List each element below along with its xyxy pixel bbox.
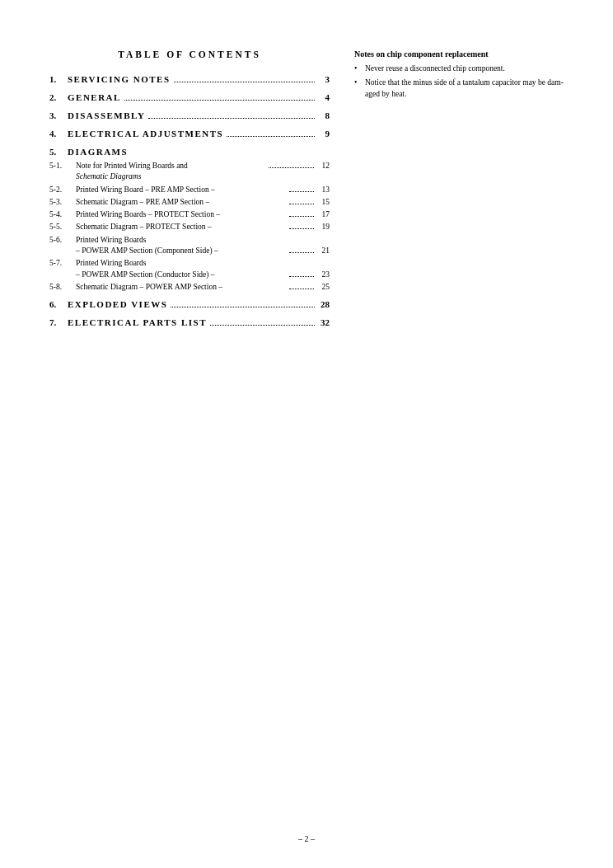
toc-item-7: 7. ELECTRICAL PARTS LIST 32 <box>49 317 330 327</box>
notes-bullet-text-1: Never reuse a disconnected chip componen… <box>365 63 505 74</box>
bullet-icon-2: • <box>354 77 363 88</box>
notes-bullet-2: • Notice that the minus side of a tantal… <box>354 77 564 100</box>
toc-column: TABLE OF CONTENTS 1. SERVICING NOTES 3 2… <box>49 49 330 335</box>
toc-label-5: DIAGRAMS <box>68 147 128 157</box>
toc-sub-label-5-5: Schematic Diagram – PROTECT Section – <box>76 222 287 232</box>
toc-dots-3 <box>148 118 315 119</box>
toc-num-1: 1. <box>49 74 68 84</box>
toc-sub-item-5-5: 5-5. Schematic Diagram – PROTECT Section… <box>49 222 330 232</box>
toc-sub-num-5-3: 5-3. <box>49 198 76 206</box>
toc-sub-dots-5-1 <box>269 167 314 168</box>
toc-sub-num-5-1: 5-1. <box>49 162 76 170</box>
toc-sub-label-5-1: Note for Printed Wiring Boards andSchema… <box>76 161 266 183</box>
toc-subsections: 5-1. Note for Printed Wiring Boards andS… <box>49 161 330 293</box>
bullet-icon-1: • <box>354 63 363 74</box>
toc-sub-label-5-3: Schematic Diagram – PRE AMP Section – <box>76 197 287 208</box>
toc-sub-label-5-4: Printed Wiring Boards – PROTECT Section … <box>76 209 287 220</box>
toc-sub-label-5-6: Printed Wiring Boards <box>76 235 330 246</box>
toc-sub-item-5-2: 5-2. Printed Wiring Board – PRE AMP Sect… <box>49 185 330 195</box>
toc-num-3: 3. <box>49 110 68 120</box>
toc-sub-num-5-5: 5-5. <box>49 223 76 231</box>
toc-item-5: 5. DIAGRAMS <box>49 147 330 157</box>
notes-bullet-text-2: Notice that the minus side of a tantalum… <box>365 77 564 100</box>
toc-sub-page-5-6: 21 <box>316 246 330 255</box>
toc-page-3: 8 <box>318 110 330 120</box>
toc-sub-dots-5-2 <box>289 191 314 192</box>
toc-page-6: 28 <box>318 299 330 309</box>
toc-sub-num-5-4: 5-4. <box>49 210 76 218</box>
toc-num-4: 4. <box>49 129 68 138</box>
toc-dots-1 <box>174 82 315 82</box>
toc-page-1: 3 <box>318 74 330 84</box>
toc-title: TABLE OF CONTENTS <box>49 49 330 59</box>
toc-sub-page-5-4: 17 <box>316 210 330 218</box>
toc-label-4: ELECTRICAL ADJUSTMENTS <box>68 129 223 138</box>
toc-sub-page-5-7: 23 <box>316 270 330 279</box>
notes-title: Notes on chip component replacement <box>354 49 564 59</box>
toc-item-1: 1. SERVICING NOTES 3 <box>49 74 330 84</box>
toc-item-6: 6. EXPLODED VIEWS 28 <box>49 299 330 309</box>
toc-sub-num-5-2: 5-2. <box>49 185 76 194</box>
toc-num-2: 2. <box>49 92 68 102</box>
toc-sub-dots-5-6 <box>289 252 314 253</box>
page: TABLE OF CONTENTS 1. SERVICING NOTES 3 2… <box>0 0 613 868</box>
toc-sub-item-5-7: 5-7. Printed Wiring Boards – POWER AMP S… <box>49 258 330 280</box>
toc-item-3: 3. DISASSEMBLY 8 <box>49 110 330 120</box>
toc-sub-page-5-5: 19 <box>316 223 330 231</box>
toc-sub-item-5-3: 5-3. Schematic Diagram – PRE AMP Section… <box>49 197 330 208</box>
toc-sub-num-5-6: 5-6. <box>49 236 76 244</box>
toc-sub-page-5-3: 15 <box>316 198 330 206</box>
toc-sub-dots-5-3 <box>289 204 314 204</box>
toc-item-4: 4. ELECTRICAL ADJUSTMENTS 9 <box>49 129 330 138</box>
toc-sub-dots-5-7 <box>289 276 314 277</box>
notes-bullet-1: • Never reuse a disconnected chip compon… <box>354 63 564 74</box>
toc-sub-page-5-2: 13 <box>316 185 330 194</box>
toc-num-6: 6. <box>49 299 68 309</box>
toc-sub-label-5-7b: – POWER AMP Section (Conductor Side) – <box>76 270 287 280</box>
toc-sub-item-5-6: 5-6. Printed Wiring Boards – POWER AMP S… <box>49 235 330 257</box>
toc-page-4: 9 <box>318 129 330 138</box>
toc-sub-num-5-8: 5-8. <box>49 283 76 291</box>
toc-dots-4 <box>227 136 315 137</box>
notes-column: Notes on chip component replacement • Ne… <box>354 49 564 335</box>
toc-sub-label-5-7: Printed Wiring Boards <box>76 258 330 269</box>
toc-dots-2 <box>124 100 315 101</box>
toc-sub-label-5-6b: – POWER AMP Section (Component Side) – <box>76 246 287 256</box>
toc-sub-item-5-1: 5-1. Note for Printed Wiring Boards andS… <box>49 161 330 183</box>
toc-sub-label-5-2: Printed Wiring Board – PRE AMP Section – <box>76 185 287 195</box>
toc-item-2: 2. GENERAL 4 <box>49 92 330 102</box>
toc-label-1: SERVICING NOTES <box>68 74 171 84</box>
toc-label-7: ELECTRICAL PARTS LIST <box>68 317 207 327</box>
toc-sub-dots-5-5 <box>289 228 314 229</box>
toc-sub-num-5-7: 5-7. <box>49 259 76 267</box>
toc-label-3: DISASSEMBLY <box>68 110 145 120</box>
toc-sub-item-5-8: 5-8. Schematic Diagram – POWER AMP Secti… <box>49 282 330 293</box>
toc-sub-page-5-1: 12 <box>316 162 330 170</box>
toc-dots-6 <box>171 307 315 307</box>
toc-num-5: 5. <box>49 147 68 157</box>
toc-sub-item-5-4: 5-4. Printed Wiring Boards – PROTECT Sec… <box>49 209 330 220</box>
toc-num-7: 7. <box>49 317 68 327</box>
toc-sub-dots-5-8 <box>289 289 314 289</box>
toc-page-2: 4 <box>318 92 330 102</box>
toc-dots-7 <box>210 325 315 326</box>
toc-sub-page-5-8: 25 <box>316 283 330 291</box>
toc-sub-dots-5-4 <box>289 216 314 217</box>
page-number: – 2 – <box>298 834 315 843</box>
toc-sub-label-5-8: Schematic Diagram – POWER AMP Section – <box>76 282 287 293</box>
toc-label-2: GENERAL <box>68 92 121 102</box>
toc-label-6: EXPLODED VIEWS <box>68 299 167 309</box>
toc-page-7: 32 <box>318 317 330 327</box>
